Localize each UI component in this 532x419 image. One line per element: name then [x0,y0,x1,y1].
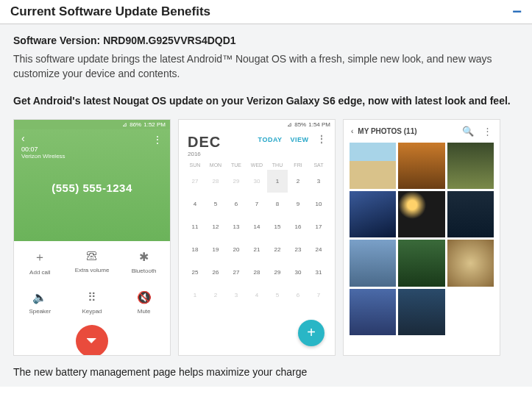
calendar-day[interactable]: 19 [205,238,226,261]
bluetooth-button[interactable]: ✱ Bluetooth [118,241,170,282]
today-link[interactable]: TODAY [258,136,283,143]
dow-label: SAT [308,160,329,170]
add-event-fab[interactable]: + [298,320,324,346]
calendar-day[interactable]: 2 [205,284,226,307]
mute-button[interactable]: 🔇 Mute [118,282,170,320]
calendar-day[interactable]: 13 [226,215,247,238]
calendar-day[interactable]: 2 [288,170,308,193]
more-icon[interactable]: ⋮ [152,134,163,146]
calendar-day[interactable]: 16 [288,215,308,238]
calendar-day[interactable]: 25 [185,261,205,284]
photo-thumbnail[interactable] [447,191,494,237]
add-call-button[interactable]: ＋ Add call [14,241,66,282]
description-text: This software update brings the latest A… [13,52,519,81]
calendar-day[interactable]: 11 [185,215,205,238]
collapse-icon[interactable]: − [512,7,522,17]
calendar-day[interactable]: 27 [226,261,247,284]
calendar-day[interactable]: 1 [185,284,205,307]
photo-thumbnail[interactable] [398,143,444,189]
dow-label: THU [267,160,288,170]
photo-thumbnail[interactable] [447,143,494,189]
calendar-day[interactable]: 29 [267,261,288,284]
calendar-day[interactable]: 5 [205,193,226,215]
keypad-button[interactable]: ⠿ Keypad [66,282,118,320]
status-bar: ⊿ 86% 1:52 PM [14,120,170,129]
gallery-title: MY PHOTOS (11) [358,127,458,135]
photo-thumbnail[interactable] [398,289,444,335]
calendar-day[interactable]: 22 [267,238,288,261]
dow-label: WED [247,160,267,170]
photo-thumbnail[interactable] [350,289,396,335]
calendar-day[interactable]: 28 [247,261,267,284]
photo-thumbnail[interactable] [398,240,444,286]
calendar-day[interactable]: 14 [247,215,267,238]
photo-thumbnail[interactable] [350,240,396,286]
bluetooth-label: Bluetooth [132,268,157,274]
search-icon[interactable]: 🔍 [462,126,474,137]
dow-label: FRI [288,160,308,170]
calendar-day[interactable]: 4 [185,193,205,215]
calendar-day[interactable]: 6 [288,284,308,307]
photo-thumbnail[interactable] [350,191,396,237]
calendar-day[interactable]: 17 [308,215,329,238]
mute-label: Mute [138,308,151,315]
calendar-day[interactable]: 28 [205,170,226,193]
add-call-icon: ＋ [14,250,66,265]
calendar-day[interactable]: 3 [308,170,329,193]
calendar-day[interactable]: 30 [288,261,308,284]
dow-label: SUN [185,160,205,170]
calendar-day[interactable]: 7 [247,193,267,215]
calendar-day[interactable]: 20 [226,238,247,261]
calendar-day[interactable]: 4 [247,284,267,307]
back-icon[interactable]: ‹ [21,132,25,144]
keypad-icon: ⠿ [66,290,118,304]
calendar-day[interactable]: 7 [308,284,329,307]
photo-thumbnail[interactable] [447,240,494,286]
screenshot-phone-call: ⊿ 86% 1:52 PM ‹ ⋮ 00:07 Verizon Wireless… [13,119,171,356]
speaker-icon: 🔈 [14,290,66,304]
calendar-day[interactable]: 12 [205,215,226,238]
hangup-button[interactable]: ⏷ [76,325,108,356]
more-icon[interactable]: ⋮ [317,134,327,144]
calendar-day[interactable]: 15 [267,215,288,238]
call-actions-grid: ＋ Add call 🕾 Extra volume ✱ Bluetooth 🔈 … [14,241,170,320]
plus-icon: + [307,324,316,341]
more-icon[interactable]: ⋮ [483,126,492,137]
photo-thumbnail[interactable] [398,191,444,237]
calendar-day[interactable]: 21 [247,238,267,261]
calendar-day[interactable]: 18 [185,238,205,261]
calendar-day[interactable]: 26 [205,261,226,284]
screenshot-calendar: ⊿ 85% 1:54 PM DEC 2016 TODAY VIEW ⋮ SUNM… [178,119,336,356]
calendar-day[interactable]: 23 [288,238,308,261]
calendar-day[interactable]: 5 [267,284,288,307]
view-link[interactable]: VIEW [290,136,308,143]
calendar-day[interactable]: 3 [226,284,247,307]
screenshot-row: ⊿ 86% 1:52 PM ‹ ⋮ 00:07 Verizon Wireless… [13,119,519,356]
calendar-day[interactable]: 1 [267,170,288,193]
calendar-links: TODAY VIEW ⋮ [252,134,326,144]
software-version: Software Version: NRD90M.G925VVRS4DQD1 [13,35,519,46]
section-content: Software Version: NRD90M.G925VVRS4DQD1 T… [0,24,532,387]
calendar-day[interactable]: 6 [226,193,247,215]
calendar-year: 2016 [188,151,221,157]
calendar-day[interactable]: 10 [308,193,329,215]
phone-number: (555) 555-1234 [21,182,163,194]
calendar-day[interactable]: 30 [247,170,267,193]
photo-thumbnail[interactable] [350,143,396,189]
speaker-button[interactable]: 🔈 Speaker [14,282,66,320]
calendar-day[interactable]: 27 [185,170,205,193]
bluetooth-icon: ✱ [118,250,170,264]
extra-volume-button[interactable]: 🕾 Extra volume [66,241,118,282]
calendar-day[interactable]: 9 [288,193,308,215]
gallery-grid [344,143,500,341]
subheading-text: Get Android's latest Nougat OS update on… [13,94,519,109]
section-header: Current Software Update Benefits − [0,0,532,24]
calendar-day[interactable]: 31 [308,261,329,284]
battery-pct: 85% [294,121,306,128]
calendar-day[interactable]: 24 [308,238,329,261]
calendar-day[interactable]: 8 [267,193,288,215]
back-icon[interactable]: ‹ [351,127,353,135]
calendar-day[interactable]: 29 [226,170,247,193]
carrier-label: Verizon Wireless [21,153,163,160]
gallery-header: ‹ MY PHOTOS (11) 🔍 ⋮ [344,120,500,143]
